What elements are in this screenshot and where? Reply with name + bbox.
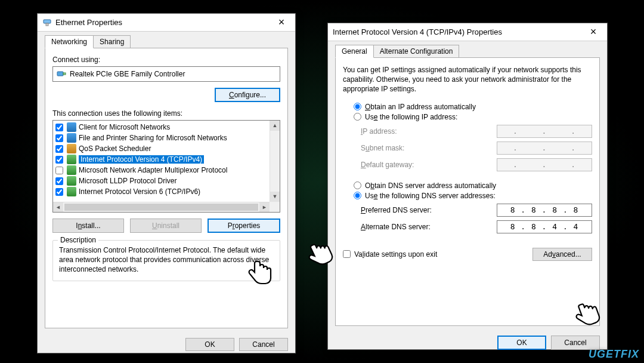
list-item-label: Client for Microsoft Networks (79, 123, 170, 131)
radio-auto-dns[interactable]: Obtain DNS server address automatically (354, 182, 592, 190)
protocol-icon (67, 165, 76, 175)
list-item[interactable]: File and Printer Sharing for Microsoft N… (53, 133, 270, 143)
tabs: General Alternate Configuration (335, 45, 607, 58)
description-group: Description Transmission Control Protoco… (52, 240, 280, 281)
uninstall-button: Uninstall (130, 219, 202, 233)
radio-auto-dns-input[interactable] (354, 182, 361, 189)
items-label: This connection uses the following items… (52, 109, 280, 118)
scroll-left-icon[interactable]: ◄ (53, 202, 63, 212)
list-item-checkbox[interactable] (55, 124, 63, 131)
list-item-label: Microsoft LLDP Protocol Driver (79, 177, 177, 185)
tab-general[interactable]: General (335, 45, 374, 58)
scroll-thumb[interactable] (64, 204, 258, 211)
list-item[interactable]: Internet Protocol Version 4 (TCP/IPv4) (53, 154, 270, 165)
install-button[interactable]: Install... (52, 219, 124, 233)
list-item-label: Microsoft Network Adapter Multiplexor Pr… (79, 166, 227, 174)
radio-auto-ip[interactable]: Obtain an IP address automatically (354, 103, 592, 111)
ip-address-label: IP address: (361, 127, 491, 136)
list-item[interactable]: Internet Protocol Version 6 (TCP/IPv6) (53, 186, 270, 197)
tab-body: You can get IP settings assigned automat… (335, 57, 600, 326)
list-item-label: Internet Protocol Version 6 (TCP/IPv6) (79, 187, 200, 196)
ipv4-properties-dialog: Internet Protocol Version 4 (TCP/IPv4) P… (327, 23, 608, 350)
close-button[interactable]: × (273, 16, 290, 29)
description-text: Transmission Control Protocol/Internet P… (59, 245, 274, 275)
ethernet-properties-dialog: Ethernet Properties × Networking Sharing… (37, 13, 296, 353)
list-item-label: QoS Packet Scheduler (79, 144, 151, 153)
protocol-icon (67, 176, 76, 186)
radio-manual-dns-input[interactable] (354, 192, 361, 199)
protocol-icon (67, 133, 76, 143)
ok-button[interactable]: OK (185, 338, 234, 351)
list-item-checkbox[interactable] (55, 156, 63, 164)
scroll-corner (270, 202, 280, 212)
scroll-down-icon[interactable]: ▼ (270, 192, 280, 202)
svg-rect-2 (57, 72, 63, 76)
radio-auto-ip-input[interactable] (354, 103, 361, 110)
components-list[interactable]: Client for Microsoft NetworksFile and Pr… (52, 120, 280, 213)
close-button[interactable]: × (584, 26, 602, 38)
protocol-icon (67, 144, 76, 153)
radio-manual-ip[interactable]: Use the following IP address: (354, 113, 592, 121)
tab-alternate[interactable]: Alternate Configuration (373, 45, 460, 58)
protocol-icon (67, 122, 76, 132)
list-item-checkbox[interactable] (55, 134, 63, 142)
ip-address-input: ... (497, 125, 592, 138)
preferred-dns-label: Preferred DNS server: (361, 206, 491, 214)
tab-body: Connect using: Realtek PCIe GBE Family C… (45, 48, 288, 328)
advanced-button[interactable]: Advanced... (532, 248, 592, 261)
list-item[interactable]: QoS Packet Scheduler (53, 143, 270, 154)
radio-manual-ip-input[interactable] (354, 113, 361, 121)
description-legend: Description (58, 236, 98, 244)
preferred-dns-input[interactable]: 8 . 8 . 8 . 8 (497, 204, 592, 217)
titlebar: Ethernet Properties × (38, 14, 295, 32)
alternate-dns-label: Alternate DNS server: (361, 223, 491, 231)
list-item[interactable]: Client for Microsoft Networks (53, 122, 270, 133)
subnet-label: Subnet mask: (361, 144, 491, 152)
svg-rect-0 (44, 20, 51, 23)
subnet-input: ... (497, 141, 592, 155)
gateway-input: ... (497, 158, 592, 171)
cancel-button[interactable]: Cancel (239, 338, 288, 351)
network-adapter-icon (42, 18, 52, 27)
connect-using-label: Connect using: (52, 56, 280, 64)
ok-button[interactable]: OK (497, 336, 546, 350)
protocol-icon (67, 187, 76, 196)
adapter-field[interactable]: Realtek PCIe GBE Family Controller (52, 66, 280, 82)
list-item-label: File and Printer Sharing for Microsoft N… (79, 134, 227, 142)
configure-button[interactable]: Configure... (215, 88, 280, 102)
list-item-label: Internet Protocol Version 4 (TCP/IPv4) (79, 155, 204, 164)
protocol-icon (67, 155, 76, 164)
list-item-checkbox[interactable] (55, 177, 63, 185)
titlebar: Internet Protocol Version 4 (TCP/IPv4) P… (328, 23, 607, 41)
adapter-name: Realtek PCIe GBE Family Controller (70, 70, 185, 78)
intro-text: You can get IP settings assigned automat… (343, 65, 592, 94)
tabs: Networking Sharing (45, 35, 295, 48)
scroll-up-icon[interactable]: ▲ (270, 121, 280, 131)
list-item-checkbox[interactable] (55, 167, 63, 174)
watermark: UGETFIX (589, 348, 639, 361)
list-item[interactable]: Microsoft Network Adapter Multiplexor Pr… (53, 165, 270, 176)
list-item-checkbox[interactable] (55, 188, 63, 196)
radio-manual-dns[interactable]: Use the following DNS server addresses: (354, 192, 592, 200)
list-item[interactable]: Microsoft LLDP Protocol Driver (53, 176, 270, 186)
scroll-right-icon[interactable]: ► (259, 202, 270, 212)
scrollbar-vertical[interactable]: ▲ ▼ (270, 121, 280, 202)
svg-rect-1 (46, 23, 48, 26)
gateway-label: Default gateway: (361, 161, 491, 169)
scrollbar-horizontal[interactable]: ◄ ► (53, 202, 270, 212)
tab-sharing[interactable]: Sharing (93, 35, 131, 48)
svg-rect-3 (63, 73, 66, 75)
alternate-dns-input[interactable]: 8 . 8 . 4 . 4 (497, 220, 592, 233)
list-item-checkbox[interactable] (55, 145, 63, 153)
adapter-icon (57, 69, 66, 79)
dialog-title: Ethernet Properties (55, 18, 122, 27)
validate-checkbox-row[interactable]: Validate settings upon exit (343, 250, 437, 259)
tab-networking[interactable]: Networking (45, 35, 94, 48)
validate-checkbox[interactable] (343, 250, 351, 258)
dialog-title: Internet Protocol Version 4 (TCP/IPv4) P… (333, 27, 502, 36)
properties-button[interactable]: Properties (208, 219, 280, 233)
